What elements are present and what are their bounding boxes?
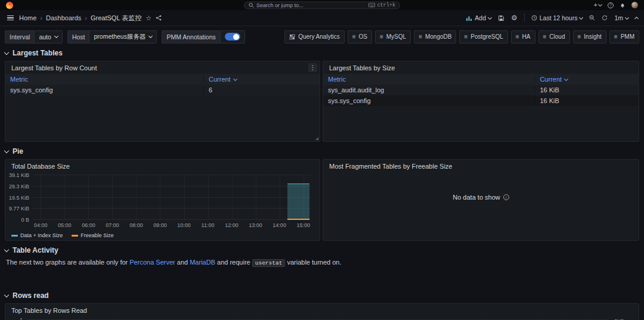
pmm-annotations-chip	[220, 30, 245, 44]
interval-select[interactable]: auto	[34, 30, 62, 44]
column-header-current[interactable]: Current	[534, 76, 639, 83]
section-title: Table Activity	[13, 246, 58, 254]
breadcrumb-home[interactable]: Home	[19, 14, 36, 21]
dashboard-link-cloud[interactable]: ≡Cloud	[538, 30, 570, 44]
help-icon: ?	[608, 2, 614, 8]
x-gridline	[112, 175, 113, 220]
dashboard-link-ha[interactable]: ≡HA	[511, 30, 535, 44]
dashboard-link-mysql[interactable]: ≡MySQL	[375, 30, 411, 44]
list-icon: ≡	[380, 33, 383, 40]
percona-server-link[interactable]: Percona Server	[129, 259, 175, 266]
panel-most-fragmented-tables: Most Fragmented Tables by Freeable Size …	[323, 159, 639, 241]
interval-label: Interval	[5, 30, 34, 44]
x-axis-label: 09:00	[153, 222, 167, 228]
plus-icon: +	[594, 2, 597, 8]
panel-menu-kebab-icon[interactable]: ⋮	[308, 63, 317, 72]
dashboard-link-pmm[interactable]: ≡PMM	[609, 30, 639, 44]
refresh-interval-picker[interactable]: 1m	[614, 14, 628, 21]
dashboard-link-postgresql[interactable]: ≡PostgreSQL	[459, 30, 507, 44]
x-gridline	[232, 175, 233, 220]
info-icon[interactable]: i	[503, 194, 509, 200]
legend-item[interactable]: Data + Index Size	[11, 232, 63, 238]
dashboard-link-query-analytics[interactable]: Query Analytics	[284, 30, 344, 44]
settings-gear-icon[interactable]: ⚙	[511, 14, 518, 21]
column-header-metric[interactable]: Metric	[323, 76, 534, 83]
section-rows-read[interactable]: Rows read	[5, 290, 639, 301]
section-pie[interactable]: Pie	[5, 146, 639, 157]
x-axis-label: 13:00	[249, 222, 262, 228]
dashboard-link-os[interactable]: ≡OS	[348, 30, 372, 44]
dashboard-link-label: Cloud	[549, 33, 565, 40]
refresh-icon[interactable]	[602, 15, 608, 21]
legend-calc-avg[interactable]: avg	[614, 318, 629, 320]
new-button[interactable]: +	[594, 2, 602, 8]
divider	[524, 14, 525, 22]
panel-title[interactable]: Top Tables by Rows Read	[11, 307, 87, 314]
dashboard-link-label: MySQL	[386, 33, 406, 40]
breadcrumb-dashboards[interactable]: Dashboards	[46, 14, 81, 21]
x-axis-label: 08:00	[129, 222, 143, 228]
section-table-activity[interactable]: Table Activity	[5, 245, 639, 256]
breadcrumb-dashboard-title: GreatSQL 表监控	[91, 14, 141, 23]
panel-resize-handle[interactable]	[315, 137, 318, 140]
legend-item[interactable]: Freeable Size	[72, 232, 114, 238]
star-icon[interactable]: ☆	[145, 15, 151, 21]
sort-caret-icon	[233, 76, 237, 80]
x-axis-label: 11:00	[202, 222, 215, 228]
dashboard-link-mongodb[interactable]: ≡MongoDB	[414, 30, 456, 44]
pmm-annotations-toggle[interactable]	[225, 33, 240, 41]
mariadb-link[interactable]: MariaDB	[190, 259, 215, 266]
top-nav-bar: Search or jump to... ctrl+k + ?	[0, 0, 644, 10]
chevron-right-icon: ›	[40, 14, 42, 21]
section-largest-tables[interactable]: Largest Tables	[5, 48, 639, 58]
add-button[interactable]: Add	[466, 14, 491, 21]
current-cell: 6	[203, 86, 320, 94]
list-icon: ≡	[543, 33, 547, 40]
notifications-button[interactable]	[620, 2, 626, 8]
collapse-toolbar-chevron-up-icon[interactable]	[634, 17, 639, 21]
column-header-metric[interactable]: Metric	[5, 76, 203, 83]
zoom-out-icon[interactable]	[589, 15, 595, 21]
dashboard-link-label: Insight	[584, 33, 601, 40]
table-row: sys.sys_config 16 KiB	[323, 95, 639, 106]
add-panel-icon	[466, 15, 472, 21]
y-axis-label: 29.3 KiB	[9, 184, 29, 189]
share-icon[interactable]	[156, 15, 162, 21]
topnav-right: + ?	[594, 2, 638, 8]
dashboard-controls: Interval auto Host prometheus服务器 PMM Ann…	[0, 26, 644, 45]
grafana-dashboard-page: { "colors": { "accent_blue": "#6e9fff", …	[0, 0, 644, 320]
panel-title[interactable]: Total Database Size	[11, 163, 70, 170]
x-gridline	[280, 175, 280, 220]
y-axis-label: 0 B	[21, 217, 29, 223]
menu-icon[interactable]	[6, 14, 15, 22]
panel-largest-tables-by-size: Largest Tables by Size Metric Current sy…	[323, 61, 639, 142]
current-cell: 16 KiB	[534, 97, 639, 104]
global-search-input[interactable]: Search or jump to... ctrl+k	[244, 1, 400, 9]
time-range-picker[interactable]: Last 12 hours	[531, 14, 583, 21]
legend-swatch-icon	[11, 235, 18, 237]
grafana-logo[interactable]	[6, 2, 13, 9]
chevron-down-icon	[4, 247, 9, 251]
y-gridline	[33, 186, 311, 187]
help-button[interactable]: ?	[608, 2, 614, 8]
chevron-down-icon	[598, 2, 602, 7]
table: Metric Current sys.sys_config 6	[5, 74, 320, 95]
column-header-current[interactable]: Current	[203, 76, 320, 83]
panel-title[interactable]: Largest Tables by Size	[329, 64, 395, 72]
panel-title[interactable]: Most Fragmented Tables by Freeable Size	[329, 163, 452, 170]
search-icon	[249, 2, 254, 8]
legend-label: Freeable Size	[80, 232, 114, 238]
save-icon[interactable]	[498, 15, 504, 21]
y-gridline	[33, 208, 311, 209]
chevron-down-icon	[4, 148, 9, 153]
panel-title[interactable]: Largest Tables by Row Count	[11, 64, 97, 72]
chevron-right-icon: ›	[85, 14, 87, 21]
series-area-data-index-size	[287, 184, 309, 220]
time-series-plot: 0 B9.77 KiB19.5 KiB29.3 KiB39.1 KiB04:00…	[33, 175, 311, 220]
search-shortcut: ctrl+k	[369, 2, 395, 8]
x-axis-label: 15:00	[296, 222, 310, 228]
dashboard-link-label: PostgreSQL	[470, 33, 503, 40]
dashboard-link-insight[interactable]: ≡Insight	[573, 30, 606, 44]
host-select[interactable]: prometheus服务器	[89, 30, 157, 44]
user-avatar[interactable]	[631, 2, 638, 8]
